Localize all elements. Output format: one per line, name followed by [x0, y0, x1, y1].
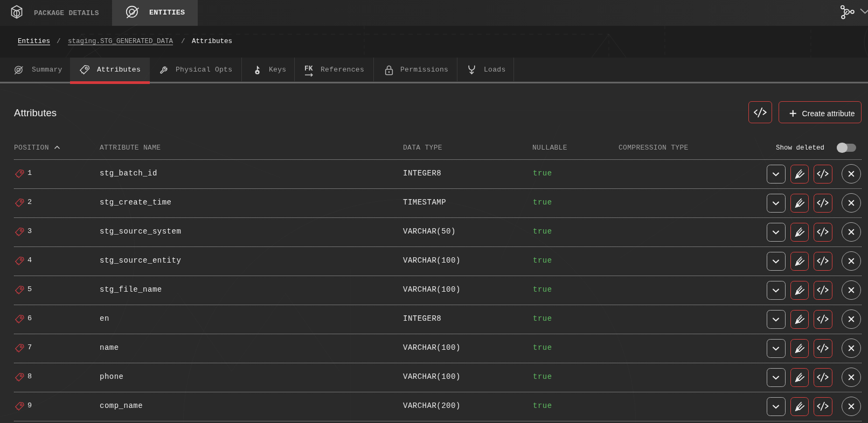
svg-text:FK: FK: [304, 65, 313, 73]
